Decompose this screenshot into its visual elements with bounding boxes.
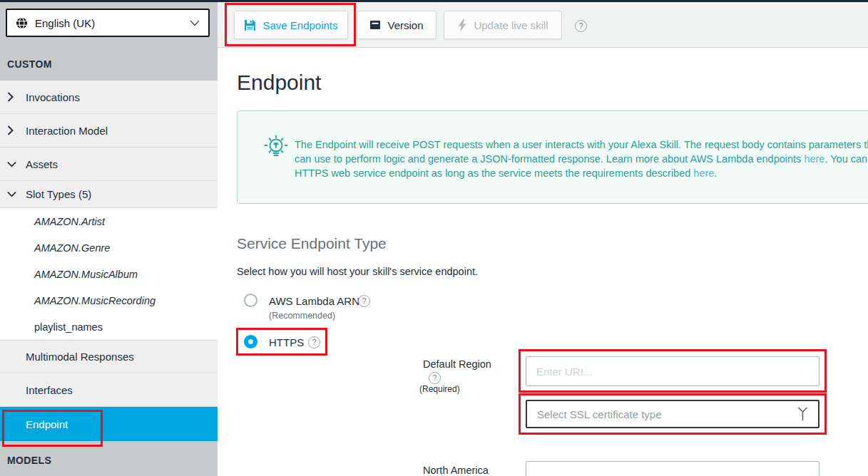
slot-type-playlist-names[interactable]: playlist_names <box>0 314 218 340</box>
sidebar-item-label: Multimodal Responses <box>26 351 134 363</box>
sidebar-item-label: Slot Types (5) <box>26 188 91 200</box>
https-radio[interactable] <box>244 335 257 348</box>
slot-type-amazon-genre[interactable]: AMAZON.Genre <box>0 234 218 261</box>
sidebar-item-interaction-model[interactable]: Interaction Model <box>0 114 218 148</box>
requirements-here-link[interactable]: here <box>693 167 714 179</box>
https-label: HTTPS <box>269 336 304 348</box>
https-help-icon[interactable]: ? <box>308 336 320 348</box>
north-america-label: North America <box>423 465 489 476</box>
slot-type-label: AMAZON.MusicRecording <box>34 295 155 306</box>
sidebar-section-models: MODELS <box>0 455 218 466</box>
sidebar-item-label: Endpoint <box>26 418 68 430</box>
sidebar-item-interfaces[interactable]: Interfaces <box>0 373 218 407</box>
toolbar: Save Endpoints Version Update live skill… <box>218 2 868 48</box>
sidebar-item-label: Assets <box>26 158 58 170</box>
aws-lambda-arn-label: AWS Lambda ARN <box>269 295 359 307</box>
toolbar-help-icon[interactable]: ? <box>575 20 587 32</box>
sidebar-item-label: Interaction Model <box>26 125 108 137</box>
top-dark-strip <box>0 0 868 2</box>
chevron-right-icon <box>7 93 20 101</box>
recommended-note: (Recommended) <box>269 311 335 321</box>
aws-lambda-help-icon[interactable]: ? <box>358 295 370 307</box>
update-live-skill-button[interactable]: Update live skill <box>444 11 562 39</box>
globe-icon <box>16 17 28 29</box>
ssl-certificate-select[interactable]: Select SSL certificate type <box>526 400 820 428</box>
sidebar-section-custom: CUSTOM <box>0 58 218 70</box>
sidebar-item-assets[interactable]: Assets <box>0 148 218 181</box>
save-endpoints-label: Save Endpoints <box>262 19 337 31</box>
sidebar-item-endpoint[interactable]: Endpoint <box>0 407 218 441</box>
lightning-icon <box>457 19 467 31</box>
save-icon <box>244 19 256 31</box>
sidebar: English (UK) CUSTOM Invocations Interact… <box>0 2 218 476</box>
slot-type-amazon-musicalbum[interactable]: AMAZON.MusicAlbum <box>0 261 218 287</box>
north-america-uri-input[interactable] <box>526 461 820 476</box>
chevron-down-icon <box>7 160 20 168</box>
sidebar-item-multimodal-responses[interactable]: Multimodal Responses <box>0 341 218 373</box>
version-box-icon <box>369 19 381 31</box>
ssl-select-placeholder: Select SSL certificate type <box>537 408 797 420</box>
lambda-endpoints-here-link[interactable]: here <box>804 153 824 165</box>
aws-lambda-arn-radio[interactable] <box>244 294 257 307</box>
endpoint-uri-input[interactable] <box>526 356 820 386</box>
default-region-label: Default Region <box>423 358 491 370</box>
sidebar-nav: Invocations Interaction Model Assets Slo… <box>0 81 218 441</box>
slot-type-label: AMAZON.Genre <box>34 242 110 254</box>
info-segment: . <box>714 167 717 179</box>
slot-type-label: playlist_names <box>34 321 103 333</box>
sidebar-item-label: Invocations <box>26 91 80 103</box>
required-note: (Required) <box>419 384 460 394</box>
save-endpoints-button[interactable]: Save Endpoints <box>234 11 348 39</box>
slot-type-amazon-musicrecording[interactable]: AMAZON.MusicRecording <box>0 287 218 314</box>
slot-type-label: AMAZON.MusicAlbum <box>34 269 138 280</box>
default-region-help-icon[interactable]: ? <box>429 372 441 384</box>
update-live-skill-label: Update live skill <box>474 19 548 31</box>
lightbulb-icon <box>263 135 289 163</box>
service-endpoint-type-title: Service Endpoint Type <box>237 235 387 252</box>
version-button[interactable]: Version <box>357 11 436 39</box>
sidebar-item-slot-types[interactable]: Slot Types (5) <box>0 181 218 208</box>
endpoint-info-note: The Endpoint will receive POST requests … <box>237 110 868 204</box>
sidebar-item-label: Interfaces <box>26 384 73 396</box>
dropdown-arrow-icon <box>797 407 808 421</box>
page-title: Endpoint <box>237 71 321 95</box>
info-segment: The Endpoint will receive POST requests … <box>295 139 868 165</box>
service-endpoint-type-subtitle: Select how you will host your skill's se… <box>237 266 478 277</box>
main-content: Endpoint The Endpoint will receive POST … <box>218 48 868 476</box>
info-note-text: The Endpoint will receive POST requests … <box>295 138 868 180</box>
language-selector[interactable]: English (UK) <box>6 9 210 37</box>
slot-types-list: AMAZON.Artist AMAZON.Genre AMAZON.MusicA… <box>0 208 218 341</box>
slot-type-label: AMAZON.Artist <box>34 216 105 227</box>
sidebar-item-invocations[interactable]: Invocations <box>0 81 218 114</box>
chevron-right-icon <box>7 126 20 135</box>
language-selector-label: English (UK) <box>35 17 190 29</box>
version-label: Version <box>387 19 423 31</box>
chevron-down-icon <box>7 190 20 199</box>
slot-type-amazon-artist[interactable]: AMAZON.Artist <box>0 208 218 234</box>
chevron-down-icon <box>190 20 200 26</box>
